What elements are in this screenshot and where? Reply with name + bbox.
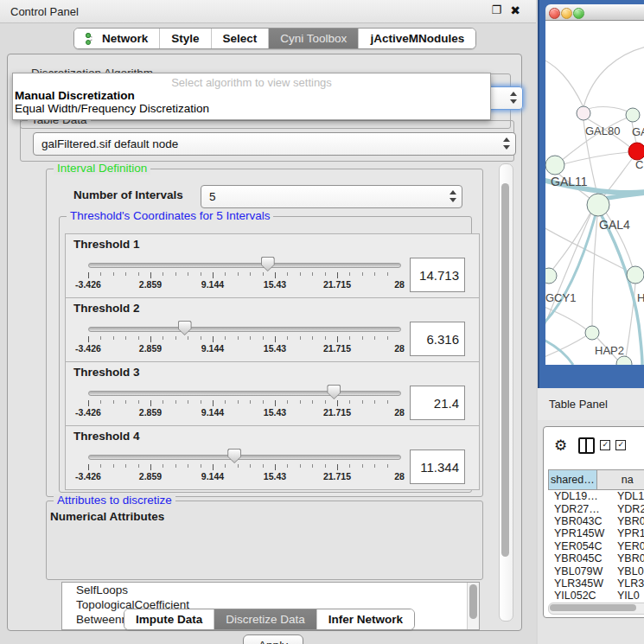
columns-icon[interactable] — [578, 437, 595, 454]
table-panel-title: Table Panel — [549, 398, 608, 411]
node-right-mid[interactable] — [627, 266, 644, 284]
combobox-stepper-icon — [449, 189, 456, 203]
threshold-2-value[interactable]: 6.316 — [410, 322, 465, 356]
threshold-2-slider-thumb[interactable] — [178, 321, 192, 335]
network-canvas[interactable]: GAL80 GA C GAL11 GAL4 GCY1 H HAP2 — [545, 21, 644, 365]
table-row[interactable]: YDL19…YDL1 — [548, 490, 644, 502]
threshold-2-slider[interactable]: -3.4262.859 9.14415.43 21.71528 — [88, 298, 399, 361]
svg-text:GAL4: GAL4 — [599, 218, 630, 232]
slider-ticks — [88, 272, 399, 278]
node-right-top[interactable] — [626, 108, 640, 122]
network-nodes[interactable] — [545, 106, 644, 365]
slider-track[interactable] — [88, 455, 401, 460]
tab-style[interactable]: Style — [160, 29, 211, 48]
scrollbar-thumb[interactable] — [469, 584, 477, 619]
slider-scale: -3.4262.859 9.14415.43 21.71528 — [88, 279, 399, 290]
number-of-intervals-combobox[interactable]: 5 — [201, 185, 462, 208]
threshold-4-panel: Threshold 4 -3.4262.859 9.14415.43 21.71… — [65, 425, 480, 490]
algorithm-option-manual[interactable]: Manual Discretization — [15, 89, 135, 102]
threshold-3-slider-thumb[interactable] — [327, 385, 341, 399]
zoom-traffic-light-icon[interactable] — [573, 8, 584, 19]
tab-impute-data[interactable]: Impute Data — [124, 609, 214, 629]
close-icon[interactable]: ✖ — [510, 3, 520, 17]
float-window-icon[interactable]: ❐ — [492, 3, 502, 17]
tab-jactivemnodules[interactable]: jActiveMNodules — [359, 29, 475, 48]
algorithm-option-equal-width[interactable]: Equal Width/Frequency Discretization — [15, 102, 209, 115]
tab-discretize-data[interactable]: Discretize Data — [214, 609, 317, 629]
slider-track[interactable] — [88, 263, 401, 268]
threshold-4-value[interactable]: 11.344 — [410, 450, 465, 484]
node-bottom-cut[interactable] — [616, 356, 632, 365]
list-item[interactable]: SelfLoops — [62, 583, 479, 597]
number-of-intervals-label: Number of Intervals — [73, 188, 183, 201]
interval-definition-group-title: Interval Definition — [54, 162, 150, 175]
slider-track[interactable] — [88, 327, 401, 332]
table-row[interactable]: YDR27…YDR2 — [548, 502, 644, 514]
table-grid: shared… na YDL19…YDL1 YDR27…YDR2 YBR043C… — [548, 469, 644, 601]
table-row[interactable]: YLR345WYLR3 — [548, 577, 644, 590]
control-panel-title: Control Panel — [10, 5, 79, 18]
svg-text:GAL11: GAL11 — [551, 175, 588, 188]
threshold-3-value[interactable]: 21.4 — [410, 386, 465, 420]
slider-track[interactable] — [88, 391, 401, 396]
tab-cyni-toolbox[interactable]: Cyni Toolbox — [269, 29, 359, 48]
table-row[interactable]: YBR043CYBR0 — [548, 515, 644, 527]
node-gal11[interactable] — [545, 156, 564, 175]
column-header-shared-name[interactable]: shared… — [549, 470, 597, 489]
attributes-group-title: Attributes to discretize — [54, 494, 175, 507]
minimize-traffic-light-icon[interactable] — [561, 8, 572, 19]
gear-icon[interactable]: ⚙ — [554, 437, 567, 455]
table-row[interactable]: YBL079WYBL0 — [548, 564, 644, 577]
threshold-4-slider[interactable]: -3.4262.859 9.14415.43 21.71528 — [88, 426, 399, 489]
node-red[interactable] — [628, 143, 644, 160]
close-traffic-light-icon[interactable] — [549, 8, 560, 19]
table-panel-titlebar: Table Panel — [538, 388, 644, 421]
svg-text:HAP2: HAP2 — [595, 344, 624, 357]
combobox-stepper-icon — [509, 91, 517, 105]
network-view-frame: GAL80 GA C GAL11 GAL4 GCY1 H HAP2 — [538, 0, 644, 388]
column-header-name[interactable]: na — [597, 470, 644, 489]
table-row[interactable]: YPR145WYPR1 — [548, 527, 644, 539]
list-vertical-scrollbar[interactable] — [467, 583, 479, 629]
table-data-combobox[interactable]: galFiltered.sif default node — [33, 132, 516, 156]
network-icon — [86, 33, 97, 44]
scrollbar-thumb[interactable] — [501, 183, 509, 557]
slider-ticks — [88, 400, 399, 406]
node-gal4[interactable] — [587, 194, 609, 216]
numerical-attributes-label: Numerical Attributes — [50, 510, 164, 523]
apply-button[interactable]: Apply — [243, 634, 303, 644]
threshold-3-slider[interactable]: -3.4262.859 9.14415.43 21.71528 — [88, 362, 399, 425]
panel-vertical-scrollbar[interactable] — [499, 163, 513, 622]
slider-ticks — [88, 464, 399, 470]
table-row[interactable]: YBR045CYBR0 — [548, 552, 644, 564]
cyni-toolbox-panel: Discretization Algorithm Table Data galF… — [7, 54, 522, 631]
threshold-4-slider-thumb[interactable] — [227, 449, 241, 463]
threshold-3-panel: Threshold 3 -3.4262.859 9.14415.43 21.71… — [65, 361, 480, 426]
slider-scale: -3.4262.859 9.14415.43 21.71528 — [88, 343, 399, 354]
node-gal80[interactable] — [577, 106, 590, 120]
table-header-row: shared… na — [548, 469, 644, 490]
tab-network[interactable]: Network — [74, 29, 160, 48]
node-hap2[interactable] — [585, 326, 599, 340]
table-panel: ⚙ ✓ ✓ shared… na YDL19…YDL1 YDR27…YDR2 Y… — [538, 420, 644, 644]
threshold-1-value[interactable]: 14.713 — [410, 258, 465, 292]
table-horizontal-scrollbar[interactable] — [548, 603, 644, 615]
algorithm-hint-option[interactable]: Select algorithm to view settings — [13, 76, 490, 89]
algorithm-dropdown-popup: Select algorithm to view settings Manual… — [12, 73, 491, 120]
threshold-1-panel: Threshold 1 -3.4262.859 9.14415.43 21.71… — [65, 233, 480, 298]
threshold-2-panel: Threshold 2 -3.4262.859 9.14415.43 21.71… — [65, 297, 480, 362]
threshold-1-slider-thumb[interactable] — [261, 257, 275, 271]
svg-text:GAL80: GAL80 — [585, 124, 620, 137]
table-row[interactable]: YER054CYER0 — [548, 540, 644, 552]
select-columns-icon[interactable]: ✓ — [600, 440, 610, 450]
control-panel-titlebar: Control Panel ❐ ✖ — [0, 0, 536, 23]
node-gcy1[interactable] — [545, 268, 557, 284]
threshold-1-slider[interactable]: -3.4262.859 9.14415.43 21.71528 — [88, 234, 399, 297]
svg-text:C: C — [635, 158, 643, 171]
network-window-titlebar[interactable] — [545, 4, 644, 21]
tab-infer-network[interactable]: Infer Network — [317, 609, 414, 629]
scrollbar-thumb[interactable] — [550, 604, 636, 611]
select-all-columns-icon[interactable]: ✓ — [615, 440, 626, 450]
tab-select[interactable]: Select — [212, 29, 270, 48]
table-row[interactable]: YIL052CYIL0 — [548, 590, 644, 601]
